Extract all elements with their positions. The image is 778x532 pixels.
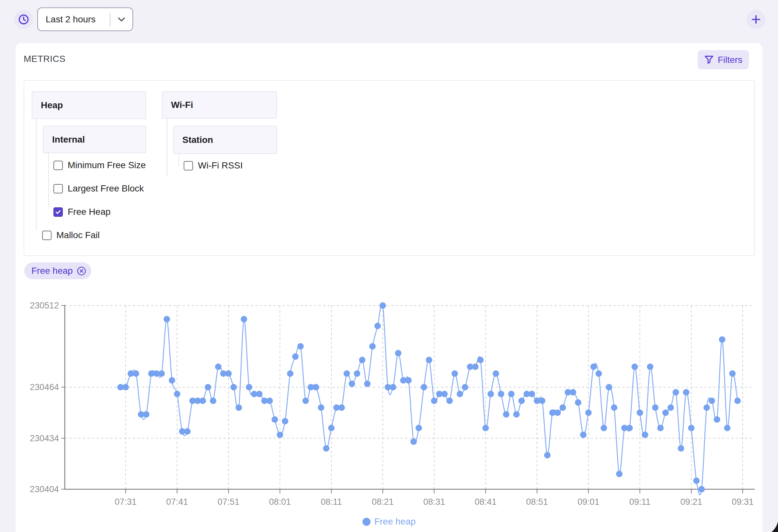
data-point[interactable] <box>698 486 705 492</box>
data-point[interactable] <box>287 370 294 377</box>
data-point[interactable] <box>395 350 401 356</box>
data-point[interactable] <box>724 425 730 431</box>
data-point[interactable] <box>369 343 376 350</box>
data-point[interactable] <box>123 384 129 390</box>
data-point[interactable] <box>282 418 288 425</box>
data-point[interactable] <box>426 357 433 363</box>
tree-node-station[interactable]: Station <box>173 126 277 154</box>
time-range-dropdown[interactable]: Last 2 hours <box>37 7 133 31</box>
chart-legend[interactable]: Free heap <box>0 516 778 527</box>
data-point[interactable] <box>472 364 479 370</box>
data-point[interactable] <box>210 397 216 404</box>
data-point[interactable] <box>626 425 633 431</box>
data-point[interactable] <box>683 389 689 396</box>
data-point[interactable] <box>271 416 278 423</box>
data-point[interactable] <box>714 416 720 423</box>
data-point[interactable] <box>344 370 350 377</box>
data-point[interactable] <box>410 438 417 445</box>
data-point[interactable] <box>663 409 669 416</box>
data-point[interactable] <box>323 445 329 452</box>
data-point[interactable] <box>688 425 694 431</box>
data-point[interactable] <box>292 354 299 360</box>
data-point[interactable] <box>652 404 658 411</box>
data-point[interactable] <box>133 370 139 377</box>
data-point[interactable] <box>477 357 484 363</box>
data-point[interactable] <box>246 384 252 390</box>
data-point[interactable] <box>241 316 247 322</box>
data-point[interactable] <box>405 377 412 384</box>
data-point[interactable] <box>318 404 324 411</box>
data-point[interactable] <box>421 384 427 390</box>
checkbox-minimum-free-size[interactable]: Minimum Free Size <box>54 160 146 170</box>
data-point[interactable] <box>364 381 371 387</box>
data-point[interactable] <box>632 364 638 370</box>
data-point[interactable] <box>693 477 700 484</box>
data-point[interactable] <box>215 364 222 370</box>
data-point[interactable] <box>164 316 170 322</box>
data-point[interactable] <box>349 381 355 387</box>
data-point[interactable] <box>559 404 566 411</box>
data-point[interactable] <box>570 389 576 396</box>
tree-node-wifi[interactable]: Wi-Fi <box>162 91 277 119</box>
data-point[interactable] <box>580 432 587 438</box>
data-point[interactable] <box>482 425 489 431</box>
data-point[interactable] <box>514 411 520 417</box>
data-point[interactable] <box>734 397 741 404</box>
data-point[interactable] <box>354 370 360 377</box>
data-point[interactable] <box>230 384 237 390</box>
data-point[interactable] <box>575 399 581 406</box>
data-point[interactable] <box>616 471 623 477</box>
data-point[interactable] <box>169 377 175 384</box>
data-point[interactable] <box>328 425 334 431</box>
data-point[interactable] <box>143 411 150 417</box>
data-point[interactable] <box>529 391 535 397</box>
checkbox-free-heap[interactable]: Free Heap <box>54 207 110 217</box>
data-point[interactable] <box>266 397 273 404</box>
data-point[interactable] <box>338 404 345 411</box>
data-point[interactable] <box>359 357 365 363</box>
data-point[interactable] <box>657 425 664 431</box>
data-point[interactable] <box>205 384 211 390</box>
checkbox-malloc-fail[interactable]: Malloc Fail <box>42 230 100 240</box>
checkbox-largest-free-block[interactable]: Largest Free Block <box>54 183 144 194</box>
data-point[interactable] <box>606 384 612 390</box>
data-point[interactable] <box>544 452 551 458</box>
data-point[interactable] <box>518 397 525 404</box>
data-point[interactable] <box>158 370 165 377</box>
data-point[interactable] <box>174 391 180 397</box>
data-point[interactable] <box>446 397 453 404</box>
tree-node-heap[interactable]: Heap <box>32 91 146 119</box>
data-point[interactable] <box>503 411 510 417</box>
add-panel-button[interactable] <box>747 10 765 29</box>
time-settings-button[interactable] <box>14 10 33 29</box>
data-point[interactable] <box>703 404 710 411</box>
data-point[interactable] <box>539 397 545 404</box>
selected-metric-chip[interactable]: Free heap <box>24 262 91 279</box>
data-point[interactable] <box>431 397 438 404</box>
data-point[interactable] <box>709 397 715 404</box>
data-point[interactable] <box>487 391 494 397</box>
data-point[interactable] <box>303 397 309 404</box>
data-point[interactable] <box>601 425 607 431</box>
data-point[interactable] <box>498 391 504 397</box>
data-point[interactable] <box>508 391 515 397</box>
data-point[interactable] <box>729 370 735 377</box>
data-point[interactable] <box>374 323 381 329</box>
metrics-chart[interactable]: 23051223046423043423040407:3107:4107:510… <box>0 292 778 532</box>
checkbox-wifi-rssi[interactable]: Wi-Fi RSSI <box>184 160 243 171</box>
data-point[interactable] <box>380 302 386 309</box>
data-point[interactable] <box>452 370 458 377</box>
tree-node-internal[interactable]: Internal <box>43 126 146 153</box>
data-point[interactable] <box>184 428 191 435</box>
data-point[interactable] <box>457 391 463 397</box>
data-point[interactable] <box>585 409 592 416</box>
filters-button[interactable]: Filters <box>698 50 749 69</box>
data-point[interactable] <box>462 384 468 390</box>
data-point[interactable] <box>200 397 206 404</box>
data-point[interactable] <box>277 432 283 438</box>
data-point[interactable] <box>596 370 602 377</box>
data-point[interactable] <box>313 384 319 390</box>
data-point[interactable] <box>415 425 422 431</box>
data-point[interactable] <box>297 343 304 350</box>
data-point[interactable] <box>390 384 396 390</box>
